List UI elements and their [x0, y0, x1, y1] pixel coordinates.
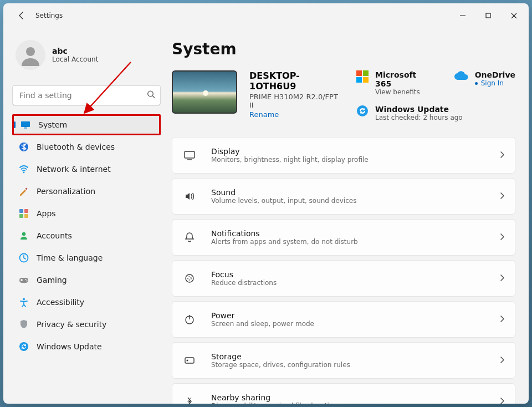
sync-icon: [356, 105, 369, 119]
windows-update-promo[interactable]: Windows Update Last checked: 2 hours ago: [356, 105, 515, 121]
card-title: Nearby sharing: [211, 393, 337, 402]
system-icon: [21, 120, 30, 130]
sidebar-item-time[interactable]: Time & language: [12, 247, 161, 268]
svg-rect-9: [25, 187, 27, 190]
page-title: System: [172, 40, 515, 58]
sidebar-item-label: Apps: [37, 209, 56, 218]
sidebar-item-bluetooth[interactable]: Bluetooth & devices: [12, 136, 161, 157]
sidebar-item-privacy[interactable]: Privacy & security: [12, 314, 161, 335]
sidebar-item-label: Accessibility: [37, 298, 84, 307]
svg-point-14: [22, 232, 25, 236]
svg-point-17: [25, 279, 26, 280]
apps-icon: [19, 208, 29, 218]
card-power[interactable]: Power Screen and sleep, power mode: [172, 301, 515, 338]
power-icon: [181, 313, 198, 325]
user-name: abc: [52, 47, 98, 55]
search-icon: [147, 90, 155, 101]
sidebar-item-label: Bluetooth & devices: [37, 143, 115, 151]
main-content: System DESKTOP-1OTH6U9 PRIME H310M2 R2.0…: [170, 28, 529, 404]
back-button[interactable]: [12, 6, 31, 25]
rename-link[interactable]: Rename: [249, 110, 344, 119]
svg-point-3: [148, 91, 154, 96]
update-sub: Last checked: 2 hours ago: [375, 114, 463, 121]
sidebar: abc Local Account SystemBluetooth & devi…: [3, 28, 170, 404]
sidebar-item-apps[interactable]: Apps: [12, 203, 161, 224]
svg-point-25: [357, 105, 368, 116]
sidebar-item-network[interactable]: Network & internet: [12, 159, 161, 180]
user-account-type: Local Account: [52, 55, 98, 63]
sidebar-item-label: Gaming: [37, 276, 67, 284]
search-field[interactable]: [12, 85, 161, 105]
sidebar-item-accounts[interactable]: Accounts: [12, 225, 161, 246]
card-subtitle: Screen and sleep, power mode: [211, 320, 314, 328]
card-title: Display: [211, 147, 369, 156]
card-title: Focus: [211, 270, 277, 279]
card-storage[interactable]: Storage Storage space, drives, configura…: [172, 342, 515, 379]
chevron-right-icon: [498, 191, 506, 202]
card-title: Power: [211, 311, 314, 320]
svg-rect-22: [363, 70, 369, 76]
gaming-icon: [19, 275, 29, 285]
maximize-button[interactable]: [475, 7, 501, 24]
display-icon: [181, 149, 198, 161]
sidebar-item-label: Network & internet: [37, 165, 111, 174]
chevron-right-icon: [498, 314, 506, 325]
card-nearby[interactable]: Nearby sharing Discoverability, received…: [172, 383, 515, 404]
ms365-promo[interactable]: Microsoft 365 View benefits: [356, 70, 432, 96]
svg-rect-5: [21, 121, 30, 127]
sidebar-item-label: Accounts: [37, 231, 72, 240]
close-icon: [511, 13, 517, 19]
nearby-icon: [181, 395, 198, 404]
svg-rect-12: [19, 214, 23, 218]
device-name: DESKTOP-1OTH6U9: [249, 70, 344, 91]
svg-rect-11: [24, 209, 28, 213]
svg-rect-21: [356, 70, 362, 76]
desktop-wallpaper-thumbnail[interactable]: [172, 70, 237, 114]
card-subtitle: Reduce distractions: [211, 279, 277, 287]
close-button[interactable]: [501, 7, 526, 24]
svg-rect-10: [19, 209, 23, 213]
minimize-button[interactable]: [450, 7, 475, 24]
search-input[interactable]: [12, 85, 161, 105]
svg-rect-13: [24, 214, 28, 218]
ms365-sub: View benefits: [375, 88, 432, 96]
arrow-left-icon: [17, 11, 26, 20]
sidebar-nav: SystemBluetooth & devicesNetwork & inter…: [12, 114, 161, 357]
sidebar-item-update[interactable]: Windows Update: [12, 336, 161, 357]
titlebar: Settings: [3, 3, 529, 28]
card-display[interactable]: Display Monitors, brightness, night ligh…: [172, 137, 515, 174]
notifications-icon: [181, 231, 198, 243]
personalization-icon: [19, 186, 29, 196]
update-icon: [19, 342, 29, 352]
onedrive-promo[interactable]: OneDrive Sign In: [454, 70, 515, 96]
sidebar-item-personalization[interactable]: Personalization: [12, 181, 161, 202]
card-notifications[interactable]: Notifications Alerts from apps and syste…: [172, 219, 515, 256]
svg-rect-26: [185, 151, 195, 158]
sidebar-item-system[interactable]: System: [12, 114, 161, 135]
sidebar-item-label: Privacy & security: [37, 320, 106, 329]
user-block[interactable]: abc Local Account: [12, 28, 161, 80]
svg-rect-24: [363, 77, 369, 83]
svg-line-4: [152, 96, 155, 98]
microsoft-logo-icon: [356, 70, 369, 85]
card-sound[interactable]: Sound Volume levels, output, input, soun…: [172, 178, 515, 215]
svg-rect-6: [24, 128, 27, 129]
ms365-title: Microsoft 365: [375, 70, 432, 88]
svg-point-29: [188, 277, 191, 280]
chevron-right-icon: [498, 396, 506, 404]
device-model: PRIME H310M2 R2.0/FPT II: [249, 93, 344, 109]
sidebar-item-gaming[interactable]: Gaming: [12, 269, 161, 291]
card-focus[interactable]: Focus Reduce distractions: [172, 260, 515, 297]
svg-point-18: [26, 280, 27, 281]
sidebar-item-accessibility[interactable]: Accessibility: [12, 292, 161, 313]
onedrive-sub: Sign In: [475, 79, 515, 87]
card-subtitle: Alerts from apps and system, do not dist…: [211, 238, 358, 246]
settings-cards: Display Monitors, brightness, night ligh…: [172, 137, 515, 404]
accessibility-icon: [19, 297, 29, 307]
svg-point-28: [186, 274, 193, 282]
card-subtitle: Monitors, brightness, night light, displ…: [211, 156, 369, 164]
sidebar-item-label: Personalization: [37, 187, 95, 196]
privacy-icon: [19, 319, 29, 329]
bluetooth-icon: [19, 142, 29, 152]
card-subtitle: Discoverability, received files location: [211, 402, 337, 404]
